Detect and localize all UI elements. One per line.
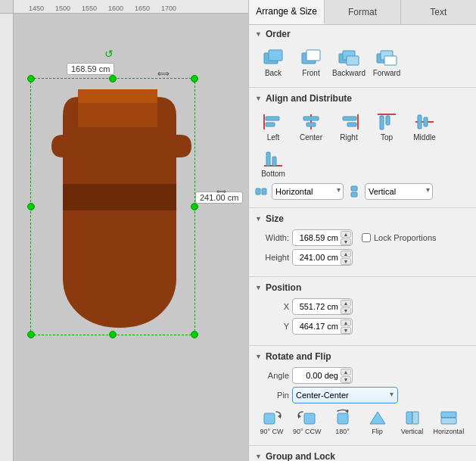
right-panel: Arrange & Size Format Text ▼ Order Back [248, 0, 476, 461]
height-up[interactable]: ▲ [341, 251, 351, 257]
align-top-label: Top [381, 133, 393, 142]
y-input-wrap: ▲ ▼ [292, 318, 353, 335]
svg-rect-31 [256, 188, 260, 195]
lock-proportions-checkbox[interactable] [362, 233, 371, 242]
forward-button[interactable]: Forward [369, 45, 405, 79]
horizontal-select[interactable]: Horizontal [272, 183, 344, 200]
ruler-mark: 1650 [135, 5, 150, 12]
handle-ml[interactable] [27, 203, 35, 210]
front-label: Front [302, 69, 319, 77]
forward-label: Forward [373, 69, 401, 77]
tab-arrange[interactable]: Arrange & Size [249, 0, 325, 24]
width-indicator: ⟺ [157, 69, 170, 79]
group-title: Group and Lock [266, 451, 335, 461]
front-button[interactable]: Front [293, 45, 329, 79]
align-left-label: Left [267, 133, 280, 142]
rotate-handle[interactable]: ↺ [104, 48, 114, 60]
back-button[interactable]: Back [255, 45, 291, 79]
handle-bl[interactable] [27, 331, 35, 338]
svg-rect-12 [384, 56, 397, 65]
x-down[interactable]: ▼ [341, 307, 351, 314]
order-section-header[interactable]: ▼ Order [249, 25, 476, 42]
flip-vertical-button[interactable]: Vertical [396, 406, 429, 438]
align-right-button[interactable]: Right [331, 109, 367, 144]
backward-button[interactable]: Backward [331, 45, 367, 79]
align-top-button[interactable]: Top [369, 109, 405, 144]
rotate-cw-label: 90° CW [260, 428, 283, 435]
angle-down[interactable]: ▼ [341, 376, 351, 383]
width-up[interactable]: ▲ [341, 231, 351, 238]
angle-stepper: ▲ ▼ [341, 369, 351, 383]
vertical-icon [348, 185, 360, 198]
rotate-180-button[interactable]: 180° [326, 406, 359, 438]
width-stepper: ▲ ▼ [341, 231, 351, 245]
rotate-section-header[interactable]: ▼ Rotate and Flip [249, 347, 476, 364]
height-down[interactable]: ▼ [341, 258, 351, 265]
angle-up[interactable]: ▲ [341, 369, 351, 375]
position-title: Position [266, 282, 301, 293]
angle-row: Angle ▲ ▼ [255, 367, 470, 384]
ruler-left [0, 0, 14, 461]
y-down[interactable]: ▼ [341, 327, 351, 334]
width-down[interactable]: ▼ [341, 238, 351, 245]
svg-rect-21 [347, 123, 356, 126]
width-dimension: 168.59 cm [67, 63, 114, 75]
align-left-button[interactable]: Left [255, 109, 291, 144]
rotate-cw-button[interactable]: 90° CW [255, 406, 288, 438]
group-section-header[interactable]: ▼ Group and Lock [249, 447, 476, 461]
pin-select[interactable]: Center-Center Top-Left Top-Center Top-Ri… [292, 387, 398, 403]
rotate-triangle: ▼ [255, 353, 262, 360]
flip-horizontal-button[interactable]: Horizontal [431, 406, 468, 438]
align-right-label: Right [340, 133, 357, 142]
width-input-wrap: ▲ ▼ [292, 229, 353, 246]
y-up[interactable]: ▲ [341, 319, 351, 326]
align-buttons: Left Center [255, 109, 470, 180]
horizontal-select-wrap: Horizontal [272, 183, 344, 200]
tab-format[interactable]: Format [325, 0, 400, 24]
handle-tl[interactable] [27, 75, 35, 83]
y-label: Y [255, 322, 289, 331]
size-section-header[interactable]: ▼ Size [249, 210, 476, 226]
position-section-header[interactable]: ▼ Position [249, 279, 476, 295]
svg-rect-47 [441, 418, 456, 424]
height-row: Height ▲ ▼ [255, 249, 470, 266]
backward-label: Backward [332, 69, 366, 77]
tab-text[interactable]: Text [401, 0, 476, 24]
align-bottom-label: Bottom [261, 170, 285, 178]
svg-marker-41 [370, 412, 385, 424]
rotate-ccw-button[interactable]: 90° CCW [290, 406, 325, 438]
divider-4 [249, 345, 476, 346]
svg-marker-36 [278, 414, 281, 419]
svg-rect-32 [262, 188, 266, 195]
align-section-header[interactable]: ▼ Align and Distribute [249, 89, 476, 106]
ruler-marks-h: 1450 1500 1550 1600 1650 1700 [14, 0, 248, 14]
height-label: Height [255, 253, 289, 262]
align-center-button[interactable]: Center [293, 109, 329, 144]
pin-row: Pin Center-Center Top-Left Top-Center To… [255, 387, 470, 403]
canvas-content[interactable]: 168.59 cm ⟺ 241.00 cm ⟺ ↺ [14, 14, 248, 461]
svg-rect-23 [380, 116, 384, 129]
svg-rect-44 [412, 412, 418, 424]
x-up[interactable]: ▲ [341, 300, 351, 307]
y-stepper: ▲ ▼ [341, 319, 351, 334]
rotate-ccw-label: 90° CCW [293, 428, 322, 435]
flip-button[interactable]: Flip [361, 406, 394, 438]
vertical-select[interactable]: Vertical [365, 183, 433, 200]
horizontal-icon [255, 185, 267, 198]
svg-rect-37 [304, 413, 315, 424]
panel-body: ▼ Order Back Fro [249, 25, 476, 461]
svg-rect-6 [306, 50, 320, 61]
align-title: Align and Distribute [266, 93, 352, 104]
vertical-select-wrap: Vertical [365, 183, 433, 200]
align-bottom-button[interactable]: Bottom [255, 145, 291, 180]
back-label: Back [265, 69, 282, 77]
canvas-area[interactable]: 1450 1500 1550 1600 1650 1700 [0, 0, 248, 461]
align-middle-button[interactable]: Middle [406, 109, 443, 144]
order-title: Order [266, 29, 291, 39]
width-label: Width: [255, 233, 289, 242]
height-stepper: ▲ ▼ [341, 251, 351, 265]
flip-vertical-label: Vertical [401, 428, 424, 435]
svg-rect-34 [351, 192, 357, 197]
height-input-wrap: ▲ ▼ [292, 249, 353, 266]
shape-container[interactable]: 168.59 cm ⟺ 241.00 cm ⟺ ↺ [36, 59, 203, 379]
